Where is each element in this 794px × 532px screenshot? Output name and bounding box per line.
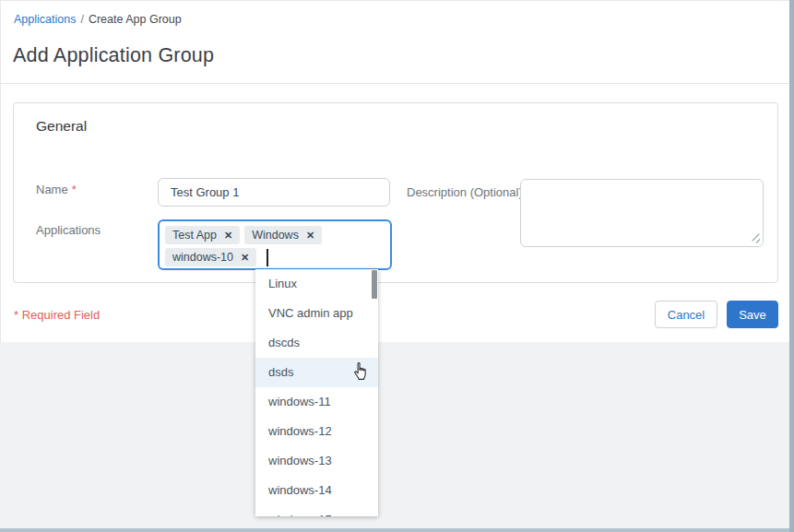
- applications-label: Applications: [36, 223, 101, 237]
- tag-windows-10: windows-10 ✕: [165, 248, 256, 266]
- create-app-group-page: Applications/Create App Group Add Applic…: [0, 0, 794, 532]
- card-title: General: [36, 118, 87, 135]
- dropdown-option-linux[interactable]: Linux: [255, 269, 378, 299]
- name-label: Name*: [36, 183, 77, 196]
- tag-label: Test App: [172, 229, 217, 242]
- breadcrumb-applications-link[interactable]: Applications: [14, 13, 76, 26]
- dropdown-option-vnc-admin-app[interactable]: VNC admin app: [255, 299, 378, 328]
- general-card: General Name* Description (Optional) App…: [13, 102, 778, 283]
- description-label: Description (Optional): [407, 185, 523, 199]
- cancel-button[interactable]: Cancel: [655, 301, 717, 328]
- dropdown-option-windows-12[interactable]: windows-12: [255, 417, 378, 446]
- page-title: Add Application Group: [13, 44, 214, 67]
- applications-multiselect[interactable]: Test App ✕ Windows ✕ windows-10 ✕: [158, 219, 392, 270]
- required-field-note: * Required Field: [14, 308, 100, 322]
- name-label-text: Name: [36, 183, 68, 196]
- header-divider: [0, 83, 789, 84]
- tag-windows: Windows ✕: [244, 226, 322, 244]
- vertical-scrollbar[interactable]: [789, 0, 794, 532]
- dropdown-option-windows-13[interactable]: windows-13: [255, 446, 378, 476]
- dropdown-option-windows-14[interactable]: windows-14: [255, 476, 378, 505]
- dropdown-option-windows-11[interactable]: windows-11: [255, 387, 378, 417]
- tag-label: Windows: [252, 229, 299, 242]
- name-input[interactable]: [158, 178, 390, 207]
- dropdown-scrollbar-thumb[interactable]: [372, 270, 377, 299]
- remove-tag-icon[interactable]: ✕: [241, 253, 249, 263]
- save-button[interactable]: Save: [727, 301, 778, 328]
- applications-dropdown: Linux VNC admin app dscds dsds windows-1…: [255, 269, 378, 516]
- horizontal-scrollbar[interactable]: [0, 528, 794, 532]
- description-textarea[interactable]: [520, 179, 764, 247]
- lower-background: [0, 342, 789, 528]
- tag-test-app: Test App ✕: [165, 226, 240, 244]
- breadcrumb-current: Create App Group: [89, 13, 182, 26]
- remove-tag-icon[interactable]: ✕: [224, 231, 232, 241]
- breadcrumb-separator: /: [80, 13, 83, 26]
- remove-tag-icon[interactable]: ✕: [306, 231, 314, 241]
- name-required-marker: *: [72, 183, 77, 196]
- breadcrumb: Applications/Create App Group: [14, 13, 182, 26]
- dropdown-option-dsds[interactable]: dsds: [255, 358, 378, 387]
- dropdown-option-dscds[interactable]: dscds: [255, 328, 378, 358]
- text-caret: [267, 249, 268, 266]
- dropdown-option-windows-15[interactable]: windows-15: [255, 505, 378, 516]
- tag-label: windows-10: [172, 251, 233, 264]
